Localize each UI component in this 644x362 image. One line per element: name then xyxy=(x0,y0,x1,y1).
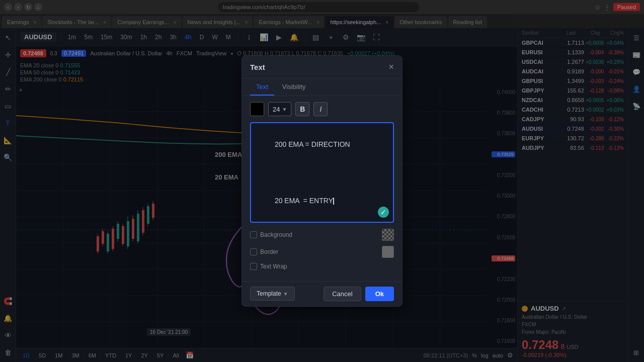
text-wrap-label[interactable]: Text Wrap xyxy=(250,263,394,270)
background-text: Background xyxy=(260,231,292,238)
background-label[interactable]: Background xyxy=(250,231,378,238)
text-line1: 200 EMA = DIRECTION xyxy=(275,140,350,148)
border-color-swatch[interactable] xyxy=(382,246,394,258)
text-wrap-row: Text Wrap xyxy=(250,263,394,270)
text-input-area[interactable]: 200 EMA = DIRECTION 20 EMA = ENTRY ✓ xyxy=(250,122,394,222)
modal-header: Text × xyxy=(242,56,402,79)
modal-tabs: Text Visibility xyxy=(242,79,402,96)
text-wrap-text: Text Wrap xyxy=(260,263,287,270)
background-row: Background xyxy=(250,229,394,241)
modal-overlay[interactable]: Text × Text Visibility 24 ▼ B I 200 EMA … xyxy=(0,0,644,362)
text-content[interactable]: 200 EMA = DIRECTION 20 EMA = ENTRY xyxy=(255,127,389,217)
background-checkbox[interactable] xyxy=(250,231,257,238)
cancel-button[interactable]: Cancel xyxy=(324,287,361,301)
chevron-down-icon: ▼ xyxy=(282,107,287,112)
color-picker[interactable] xyxy=(250,102,264,116)
template-button[interactable]: Template ▼ xyxy=(250,287,295,301)
ok-button[interactable]: Ok xyxy=(365,287,394,301)
font-controls: 24 ▼ B I xyxy=(250,102,394,116)
modal-close-button[interactable]: × xyxy=(388,62,394,72)
font-size-selector[interactable]: 24 ▼ xyxy=(268,102,291,116)
modal-body: 24 ▼ B I 200 EMA = DIRECTION 20 EMA = EN… xyxy=(242,96,402,281)
footer-actions: Cancel Ok xyxy=(324,287,394,301)
border-text: Border xyxy=(260,248,278,255)
modal-footer: Template ▼ Cancel Ok xyxy=(242,281,402,306)
italic-button[interactable]: I xyxy=(313,102,328,116)
font-size-value: 24 xyxy=(273,106,280,113)
border-row: Border xyxy=(250,246,394,258)
modal-title: Text xyxy=(250,63,265,71)
tab-text[interactable]: Text xyxy=(250,79,274,96)
text-wrap-checkbox[interactable] xyxy=(250,263,257,270)
border-label[interactable]: Border xyxy=(250,248,378,255)
background-color-swatch[interactable] xyxy=(382,229,394,241)
template-chevron-icon: ▼ xyxy=(283,291,288,297)
template-label: Template xyxy=(257,290,281,297)
text-dialog: Text × Text Visibility 24 ▼ B I 200 EMA … xyxy=(242,55,403,306)
text-line2: 20 EMA = ENTRY xyxy=(275,197,334,205)
border-checkbox[interactable] xyxy=(250,248,257,255)
bold-button[interactable]: B xyxy=(295,102,309,116)
confirm-text-button[interactable]: ✓ xyxy=(378,207,389,218)
tab-visibility[interactable]: Visibility xyxy=(276,79,312,96)
